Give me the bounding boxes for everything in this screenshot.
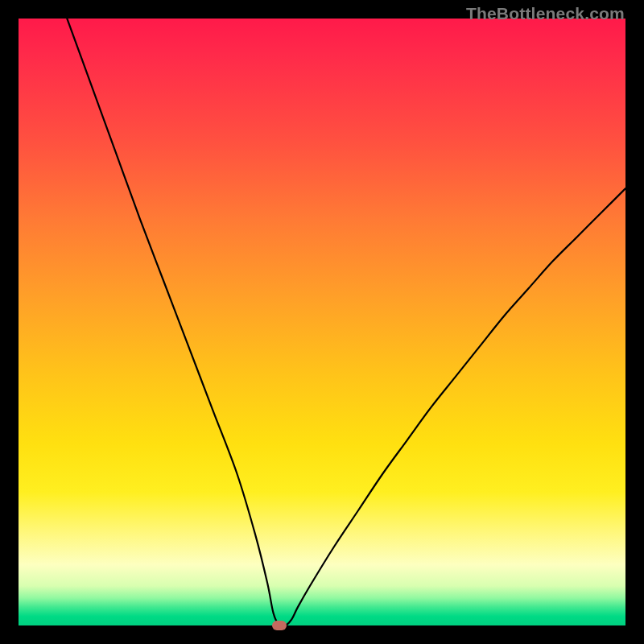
watermark-text: TheBottleneck.com: [466, 4, 625, 23]
bottleneck-curve: [19, 19, 625, 625]
chart-container: TheBottleneck.com: [0, 0, 644, 644]
plot-area: [19, 19, 625, 625]
optimal-point-marker: [272, 621, 287, 630]
